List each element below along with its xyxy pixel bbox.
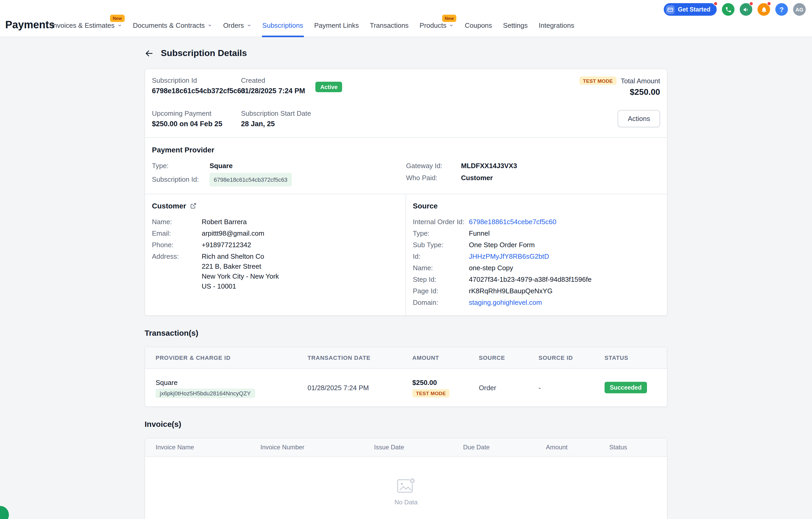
customer-phone-row: Phone: +918977212342 xyxy=(152,240,399,250)
transaction-source: Order xyxy=(468,384,528,392)
field-value: Rich and Shelton Co 221 B, Baker Street … xyxy=(202,251,279,291)
nav-item-transactions[interactable]: Transactions xyxy=(369,22,409,37)
transaction-source-id: - xyxy=(528,384,594,392)
transaction-amount: $250.00 xyxy=(412,379,468,387)
subscription-details-card: Subscription Id 6798e18c61c54cb372cf5c63… xyxy=(145,69,667,316)
field-value: Robert Barrera xyxy=(202,217,247,227)
get-started-label: Get Started xyxy=(678,6,710,12)
column-header: Due Date xyxy=(453,444,535,451)
field-label: Email: xyxy=(152,228,202,238)
payments-nav: Invoices & Estimates New Documents & Con… xyxy=(51,22,575,37)
column-header: Invoice Number xyxy=(250,444,364,451)
top-header: Get Started ? AG Payments Invoices & E xyxy=(0,0,812,37)
nav-label: Coupons xyxy=(465,22,492,29)
field-value: Funnel xyxy=(469,228,490,238)
actions-button[interactable]: Actions xyxy=(618,110,660,127)
empty-state: No Data xyxy=(145,457,667,519)
nav-item-documents-contracts[interactable]: Documents & Contracts xyxy=(132,22,213,37)
created-label: Created xyxy=(241,77,305,84)
source-id-link[interactable]: JHHzPMyJfY8RB6sG2btD xyxy=(469,251,549,261)
total-amount-label: Total Amount xyxy=(621,77,660,85)
field-value: rK8RqRhH9LBaupQeNxYG xyxy=(469,286,552,296)
internal-order-id-link[interactable]: 6798e18861c54cebe7cf5c60 xyxy=(469,217,556,227)
source-step-id-row: Step Id: 47027f34-1b23-4979-a38f-94d83f1… xyxy=(413,274,660,284)
provider-subscription-id-row: Subscription Id: 6798e18c61c54cb372cf5c6… xyxy=(152,173,406,186)
field-label: Domain: xyxy=(413,298,469,307)
field-label: Address: xyxy=(152,251,202,291)
source-domain-row: Domain: staging.gohighlevel.com xyxy=(413,298,660,307)
column-header: PROVIDER & CHARGE ID xyxy=(145,355,297,361)
field-label: Id: xyxy=(413,251,469,261)
field-label: Phone: xyxy=(152,240,202,250)
field-label: Step Id: xyxy=(413,274,469,284)
source-panel: Source Internal Order Id: 6798e18861c54c… xyxy=(406,194,667,315)
charge-id-chip: jx6pkj0tHoz5H5bdu28164NncyQZY xyxy=(155,388,255,398)
nav-label: Orders xyxy=(223,22,244,29)
test-mode-badge: TEST MODE xyxy=(579,77,616,85)
phone-icon[interactable] xyxy=(722,3,734,16)
customer-email-row: Email: arpittt98@gmail.com xyxy=(152,228,399,238)
nav-label: Payment Links xyxy=(314,22,359,29)
nav-item-coupons[interactable]: Coupons xyxy=(464,22,492,37)
column-header: Amount xyxy=(535,444,599,451)
created-value: 01/28/2025 7:24 PM xyxy=(241,87,305,95)
no-data-icon xyxy=(396,477,416,494)
topbar-actions: Get Started ? AG xyxy=(664,3,806,16)
nav-label: Invoices & Estimates xyxy=(51,22,114,29)
field-label: Name: xyxy=(152,217,202,227)
created-block: Created 01/28/2025 7:24 PM xyxy=(241,77,305,95)
nav-label: Integrations xyxy=(539,22,574,29)
who-paid-label: Who Paid: xyxy=(406,173,461,183)
nav-label: Transactions xyxy=(370,22,409,29)
provider-subscription-id-chip: 6798e18c61c54cb372cf5c63 xyxy=(209,173,292,186)
megaphone-icon[interactable] xyxy=(740,3,752,16)
nav-item-settings[interactable]: Settings xyxy=(503,22,528,37)
external-link-icon[interactable] xyxy=(191,203,197,209)
column-header: Issue Date xyxy=(364,444,453,451)
column-header: Status xyxy=(599,444,667,451)
summary-row-2: Upcoming Payment $250.00 on 04 Feb 25 Su… xyxy=(145,97,667,137)
who-paid-value: Customer xyxy=(461,173,493,183)
domain-link[interactable]: staging.gohighlevel.com xyxy=(469,298,542,307)
subscription-id-block: Subscription Id 6798e18c61c54cb372cf5c63 xyxy=(152,77,241,95)
source-name-row: Name: one-step Copy xyxy=(413,263,660,273)
provider-type-row: Type: Square xyxy=(152,161,406,171)
nav-item-orders[interactable]: Orders xyxy=(223,22,252,37)
transaction-date: 01/28/2025 7:24 PM xyxy=(297,384,402,392)
start-date-label: Subscription Start Date xyxy=(241,110,311,117)
upcoming-payment-label: Upcoming Payment xyxy=(152,110,241,117)
nav-item-integrations[interactable]: Integrations xyxy=(538,22,575,37)
app-root: Get Started ? AG Payments Invoices & E xyxy=(0,0,812,519)
field-value: one-step Copy xyxy=(469,263,513,273)
nav-label: Products xyxy=(419,22,446,29)
nav-item-products[interactable]: Products New xyxy=(419,22,455,37)
customer-panel: Customer Name: Robert Barrera Emai xyxy=(145,194,406,315)
status-badge: Active xyxy=(316,82,342,92)
transactions-heading: Transaction(s) xyxy=(145,328,667,337)
column-header: Invoice Name xyxy=(145,444,250,451)
nav-label: Documents & Contracts xyxy=(133,22,205,29)
provider-type-label: Type: xyxy=(152,161,209,171)
source-id-row: Id: JHHzPMyJfY8RB6sG2btD xyxy=(413,251,660,261)
column-header: SOURCE xyxy=(468,355,528,361)
get-started-button[interactable]: Get Started xyxy=(664,3,717,16)
transaction-row[interactable]: Square jx6pkj0tHoz5H5bdu28164NncyQZY 01/… xyxy=(145,369,667,406)
nav-item-subscriptions[interactable]: Subscriptions xyxy=(262,22,303,37)
back-button[interactable] xyxy=(145,49,154,58)
field-value: One Step Order Form xyxy=(469,240,534,250)
transactions-table: PROVIDER & CHARGE ID TRANSACTION DATE AM… xyxy=(145,347,667,407)
nav-item-payment-links[interactable]: Payment Links xyxy=(314,22,359,37)
transaction-status-badge: Succeeded xyxy=(605,382,647,393)
column-header: AMOUNT xyxy=(402,355,468,361)
column-header: TRANSACTION DATE xyxy=(297,355,402,361)
nav-item-invoices-estimates[interactable]: Invoices & Estimates New xyxy=(51,22,122,37)
field-label: Page Id: xyxy=(413,286,469,296)
avatar[interactable]: AG xyxy=(793,3,806,16)
help-icon[interactable]: ? xyxy=(775,3,788,16)
page-title: Subscription Details xyxy=(161,48,247,59)
credit-card-icon xyxy=(666,5,675,14)
bell-icon[interactable] xyxy=(757,3,770,16)
help-glyph: ? xyxy=(780,5,784,13)
start-date-block: Subscription Start Date 28 Jan, 25 xyxy=(241,110,311,128)
field-label: Type: xyxy=(413,228,469,238)
